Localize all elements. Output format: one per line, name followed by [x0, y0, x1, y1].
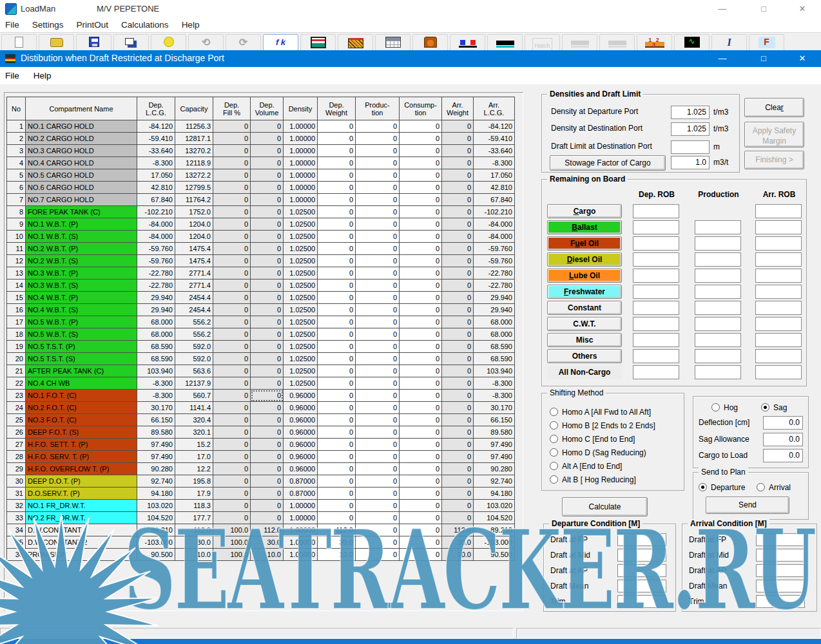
- cell[interactable]: 0: [318, 279, 356, 292]
- main-menu-help[interactable]: Help: [182, 18, 200, 32]
- redo-button[interactable]: ⟳: [226, 34, 261, 50]
- hatch-button[interactable]: Hatch: [525, 34, 560, 50]
- main-minimize-button[interactable]: —: [704, 0, 741, 18]
- cell[interactable]: 0: [400, 243, 442, 255]
- cell[interactable]: 0: [318, 231, 356, 243]
- cell[interactable]: 0: [356, 377, 400, 390]
- rob-lube-oil-arr-field[interactable]: [755, 269, 802, 283]
- ship-gray2-button[interactable]: [599, 34, 635, 50]
- rob-others-prod-field[interactable]: [695, 349, 741, 363]
- cell[interactable]: 0: [356, 328, 400, 341]
- rob-cargo-arr-field[interactable]: [755, 204, 802, 218]
- cell[interactable]: 10.0: [318, 549, 356, 561]
- rob-ballast-arr-field[interactable]: [755, 220, 802, 234]
- cell[interactable]: 0: [356, 365, 400, 377]
- main-menu-calculations[interactable]: Calculations: [121, 18, 169, 32]
- cell[interactable]: 0: [318, 414, 356, 426]
- cell[interactable]: 0: [356, 341, 400, 353]
- cell[interactable]: 0: [356, 512, 400, 524]
- cell[interactable]: 0: [400, 549, 442, 561]
- cell[interactable]: 0: [318, 182, 356, 194]
- cell[interactable]: 112.0: [318, 524, 356, 536]
- shifting-option-homo-b[interactable]: Homo B [2 Ends to 2 Ends]: [550, 420, 655, 431]
- cell[interactable]: 0: [400, 426, 442, 439]
- save-button[interactable]: [76, 34, 111, 50]
- rob-ballast-button[interactable]: Ballast: [547, 220, 622, 234]
- italic-button[interactable]: I: [711, 34, 747, 50]
- cargo-to-load-field[interactable]: 0.0: [763, 449, 803, 462]
- arrival-draft-at-mid-field[interactable]: [756, 549, 805, 562]
- cell[interactable]: 0: [356, 463, 400, 475]
- rob-constant-prod-field[interactable]: [695, 301, 741, 315]
- rob-lube-oil-prod-field[interactable]: [695, 269, 741, 283]
- rob-ballast-dep-field[interactable]: [633, 220, 679, 234]
- cell[interactable]: 0: [400, 451, 442, 463]
- rob-others-button[interactable]: Others: [547, 349, 622, 363]
- cell[interactable]: 0: [318, 353, 356, 365]
- rob-freshwater-button[interactable]: Freshwater: [547, 285, 622, 299]
- rob-fuel-oil-dep-field[interactable]: [633, 236, 679, 251]
- cell[interactable]: 0: [400, 463, 442, 475]
- cell[interactable]: 0: [400, 536, 442, 549]
- cell[interactable]: 0: [400, 439, 442, 451]
- shifting-option-homo-a[interactable]: Homo A [All Fwd to All Aft]: [550, 406, 651, 418]
- cell[interactable]: 0: [318, 267, 356, 279]
- cell[interactable]: 0: [356, 536, 400, 549]
- hatch-cover-button[interactable]: [338, 34, 373, 50]
- cell[interactable]: 0: [318, 145, 356, 157]
- cell[interactable]: 0: [356, 267, 400, 279]
- cell[interactable]: 0: [356, 169, 400, 182]
- cell[interactable]: 0: [318, 463, 356, 475]
- shifting-option-alt-a[interactable]: Alt A [End to End]: [550, 460, 622, 472]
- dialog-menu-file[interactable]: File: [5, 67, 19, 84]
- rob-lube-oil-button[interactable]: Lube Oil: [547, 269, 622, 283]
- calculate-button[interactable]: Calculate: [562, 497, 648, 516]
- cell[interactable]: 0: [400, 500, 442, 512]
- rob-all-non-cargo-arr-field[interactable]: [755, 365, 802, 379]
- cell[interactable]: 0: [400, 488, 442, 500]
- rob-c-w-t-button[interactable]: C.W.T.: [547, 317, 622, 331]
- main-menu-file[interactable]: File: [5, 18, 19, 32]
- arrival-radio[interactable]: Arrival: [757, 482, 791, 493]
- new-button[interactable]: [1, 34, 37, 50]
- cell[interactable]: 0: [400, 145, 442, 157]
- departure-trim-field[interactable]: [617, 595, 666, 608]
- departure-radio[interactable]: Departure: [699, 482, 745, 493]
- rob-misc-arr-field[interactable]: [755, 333, 802, 347]
- cell[interactable]: 0: [318, 439, 356, 451]
- cell[interactable]: 0: [318, 488, 356, 500]
- dialog-maximize-button[interactable]: □: [745, 50, 782, 67]
- splash-button[interactable]: [151, 34, 186, 50]
- arrival-draft-at-fp-field[interactable]: [756, 533, 805, 546]
- cell[interactable]: 0: [356, 390, 400, 402]
- rob-misc-prod-field[interactable]: [695, 333, 741, 347]
- cell[interactable]: 0: [400, 402, 442, 414]
- dialog-menu-help[interactable]: Help: [34, 67, 52, 84]
- stability-curve-button[interactable]: ∿: [674, 34, 710, 50]
- cell[interactable]: 0: [318, 120, 356, 133]
- density-at-destination-port-field[interactable]: 1.025: [671, 122, 710, 136]
- cell[interactable]: 0: [318, 157, 356, 169]
- cell[interactable]: 0: [356, 145, 400, 157]
- rob-fuel-oil-arr-field[interactable]: [755, 236, 802, 251]
- cell[interactable]: 0: [356, 549, 400, 561]
- cell[interactable]: 0: [356, 206, 400, 218]
- main-maximize-button[interactable]: □: [745, 0, 782, 18]
- cell[interactable]: 0: [318, 475, 356, 488]
- cell[interactable]: 0: [318, 206, 356, 218]
- density-at-departure-port-field[interactable]: 1.025: [671, 106, 710, 119]
- cell[interactable]: 0: [400, 133, 442, 145]
- rob-freshwater-arr-field[interactable]: [755, 285, 802, 299]
- cell[interactable]: 0: [318, 512, 356, 524]
- cell[interactable]: 0: [400, 279, 442, 292]
- rob-freshwater-dep-field[interactable]: [633, 285, 679, 299]
- arrival-draft-mean-field[interactable]: [756, 580, 805, 592]
- cell[interactable]: 0: [356, 414, 400, 426]
- cell[interactable]: 0: [400, 157, 442, 169]
- rob-others-arr-field[interactable]: [755, 349, 802, 363]
- cell[interactable]: 0: [318, 500, 356, 512]
- draft-marks-button[interactable]: f k: [263, 34, 298, 50]
- dialog-minimize-button[interactable]: —: [704, 50, 741, 67]
- cell[interactable]: 0: [400, 255, 442, 267]
- rob-constant-button[interactable]: Constant: [547, 301, 622, 315]
